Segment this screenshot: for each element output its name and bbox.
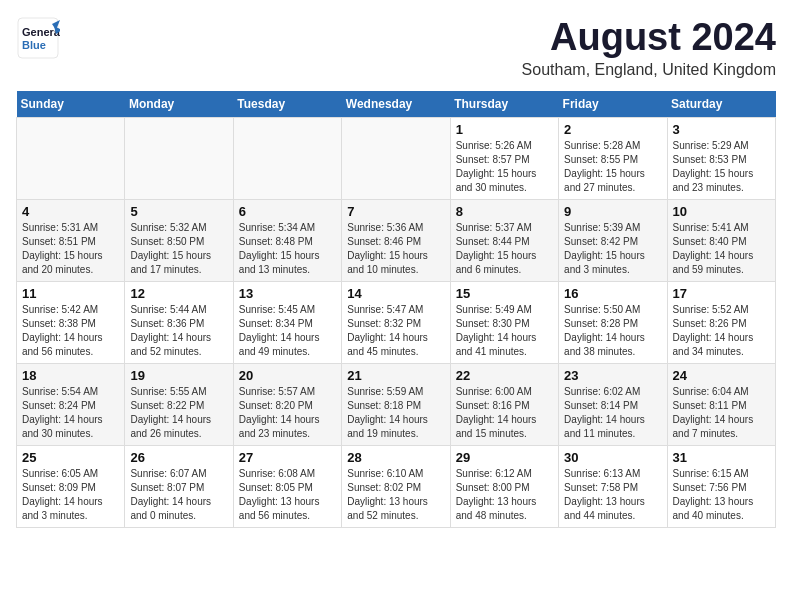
day-number: 10 [673, 204, 770, 219]
day-number: 2 [564, 122, 661, 137]
calendar-cell: 12Sunrise: 5:44 AM Sunset: 8:36 PM Dayli… [125, 282, 233, 364]
day-number: 26 [130, 450, 227, 465]
calendar-cell: 25Sunrise: 6:05 AM Sunset: 8:09 PM Dayli… [17, 446, 125, 528]
day-info: Sunrise: 5:52 AM Sunset: 8:26 PM Dayligh… [673, 303, 770, 359]
day-number: 13 [239, 286, 336, 301]
calendar-cell [17, 118, 125, 200]
calendar-cell: 22Sunrise: 6:00 AM Sunset: 8:16 PM Dayli… [450, 364, 558, 446]
day-info: Sunrise: 5:47 AM Sunset: 8:32 PM Dayligh… [347, 303, 444, 359]
calendar-cell: 11Sunrise: 5:42 AM Sunset: 8:38 PM Dayli… [17, 282, 125, 364]
day-info: Sunrise: 6:05 AM Sunset: 8:09 PM Dayligh… [22, 467, 119, 523]
day-number: 5 [130, 204, 227, 219]
day-info: Sunrise: 6:02 AM Sunset: 8:14 PM Dayligh… [564, 385, 661, 441]
calendar-cell: 9Sunrise: 5:39 AM Sunset: 8:42 PM Daylig… [559, 200, 667, 282]
day-number: 14 [347, 286, 444, 301]
weekday-header: Thursday [450, 91, 558, 118]
calendar-cell: 29Sunrise: 6:12 AM Sunset: 8:00 PM Dayli… [450, 446, 558, 528]
day-number: 16 [564, 286, 661, 301]
day-info: Sunrise: 5:45 AM Sunset: 8:34 PM Dayligh… [239, 303, 336, 359]
day-info: Sunrise: 5:32 AM Sunset: 8:50 PM Dayligh… [130, 221, 227, 277]
day-info: Sunrise: 5:59 AM Sunset: 8:18 PM Dayligh… [347, 385, 444, 441]
day-number: 31 [673, 450, 770, 465]
calendar-week-row: 4Sunrise: 5:31 AM Sunset: 8:51 PM Daylig… [17, 200, 776, 282]
weekday-header: Saturday [667, 91, 775, 118]
calendar-cell: 13Sunrise: 5:45 AM Sunset: 8:34 PM Dayli… [233, 282, 341, 364]
svg-text:General: General [22, 26, 60, 38]
calendar-week-row: 25Sunrise: 6:05 AM Sunset: 8:09 PM Dayli… [17, 446, 776, 528]
calendar-cell: 7Sunrise: 5:36 AM Sunset: 8:46 PM Daylig… [342, 200, 450, 282]
day-number: 9 [564, 204, 661, 219]
month-year-title: August 2024 [522, 16, 776, 59]
day-info: Sunrise: 5:39 AM Sunset: 8:42 PM Dayligh… [564, 221, 661, 277]
calendar-cell [125, 118, 233, 200]
weekday-header: Tuesday [233, 91, 341, 118]
day-number: 11 [22, 286, 119, 301]
day-info: Sunrise: 6:00 AM Sunset: 8:16 PM Dayligh… [456, 385, 553, 441]
location-subtitle: Southam, England, United Kingdom [522, 61, 776, 79]
calendar-cell: 5Sunrise: 5:32 AM Sunset: 8:50 PM Daylig… [125, 200, 233, 282]
day-number: 23 [564, 368, 661, 383]
day-info: Sunrise: 5:28 AM Sunset: 8:55 PM Dayligh… [564, 139, 661, 195]
day-number: 20 [239, 368, 336, 383]
calendar-cell: 6Sunrise: 5:34 AM Sunset: 8:48 PM Daylig… [233, 200, 341, 282]
calendar-cell: 2Sunrise: 5:28 AM Sunset: 8:55 PM Daylig… [559, 118, 667, 200]
day-number: 15 [456, 286, 553, 301]
day-number: 28 [347, 450, 444, 465]
page-header: General Blue August 2024 Southam, Englan… [16, 16, 776, 79]
day-info: Sunrise: 6:04 AM Sunset: 8:11 PM Dayligh… [673, 385, 770, 441]
day-info: Sunrise: 6:07 AM Sunset: 8:07 PM Dayligh… [130, 467, 227, 523]
calendar-cell: 15Sunrise: 5:49 AM Sunset: 8:30 PM Dayli… [450, 282, 558, 364]
day-info: Sunrise: 6:08 AM Sunset: 8:05 PM Dayligh… [239, 467, 336, 523]
calendar-table: SundayMondayTuesdayWednesdayThursdayFrid… [16, 91, 776, 528]
day-number: 22 [456, 368, 553, 383]
day-info: Sunrise: 5:44 AM Sunset: 8:36 PM Dayligh… [130, 303, 227, 359]
calendar-cell: 21Sunrise: 5:59 AM Sunset: 8:18 PM Dayli… [342, 364, 450, 446]
weekday-header: Monday [125, 91, 233, 118]
calendar-cell: 4Sunrise: 5:31 AM Sunset: 8:51 PM Daylig… [17, 200, 125, 282]
day-info: Sunrise: 5:49 AM Sunset: 8:30 PM Dayligh… [456, 303, 553, 359]
calendar-cell [342, 118, 450, 200]
calendar-week-row: 11Sunrise: 5:42 AM Sunset: 8:38 PM Dayli… [17, 282, 776, 364]
day-number: 30 [564, 450, 661, 465]
calendar-cell: 20Sunrise: 5:57 AM Sunset: 8:20 PM Dayli… [233, 364, 341, 446]
calendar-cell: 17Sunrise: 5:52 AM Sunset: 8:26 PM Dayli… [667, 282, 775, 364]
day-number: 27 [239, 450, 336, 465]
calendar-cell: 3Sunrise: 5:29 AM Sunset: 8:53 PM Daylig… [667, 118, 775, 200]
calendar-cell: 28Sunrise: 6:10 AM Sunset: 8:02 PM Dayli… [342, 446, 450, 528]
calendar-week-row: 18Sunrise: 5:54 AM Sunset: 8:24 PM Dayli… [17, 364, 776, 446]
day-info: Sunrise: 5:57 AM Sunset: 8:20 PM Dayligh… [239, 385, 336, 441]
day-number: 8 [456, 204, 553, 219]
calendar-cell: 14Sunrise: 5:47 AM Sunset: 8:32 PM Dayli… [342, 282, 450, 364]
calendar-cell: 10Sunrise: 5:41 AM Sunset: 8:40 PM Dayli… [667, 200, 775, 282]
day-info: Sunrise: 5:29 AM Sunset: 8:53 PM Dayligh… [673, 139, 770, 195]
day-number: 1 [456, 122, 553, 137]
day-number: 29 [456, 450, 553, 465]
weekday-header: Friday [559, 91, 667, 118]
weekday-header: Wednesday [342, 91, 450, 118]
day-info: Sunrise: 6:15 AM Sunset: 7:56 PM Dayligh… [673, 467, 770, 523]
calendar-cell: 23Sunrise: 6:02 AM Sunset: 8:14 PM Dayli… [559, 364, 667, 446]
day-info: Sunrise: 5:54 AM Sunset: 8:24 PM Dayligh… [22, 385, 119, 441]
calendar-cell: 31Sunrise: 6:15 AM Sunset: 7:56 PM Dayli… [667, 446, 775, 528]
calendar-header-row: SundayMondayTuesdayWednesdayThursdayFrid… [17, 91, 776, 118]
day-number: 6 [239, 204, 336, 219]
day-number: 24 [673, 368, 770, 383]
svg-text:Blue: Blue [22, 39, 46, 51]
day-info: Sunrise: 6:13 AM Sunset: 7:58 PM Dayligh… [564, 467, 661, 523]
calendar-cell: 16Sunrise: 5:50 AM Sunset: 8:28 PM Dayli… [559, 282, 667, 364]
logo-icon: General Blue [16, 16, 56, 56]
day-info: Sunrise: 5:31 AM Sunset: 8:51 PM Dayligh… [22, 221, 119, 277]
day-info: Sunrise: 5:41 AM Sunset: 8:40 PM Dayligh… [673, 221, 770, 277]
calendar-cell: 1Sunrise: 5:26 AM Sunset: 8:57 PM Daylig… [450, 118, 558, 200]
day-info: Sunrise: 5:26 AM Sunset: 8:57 PM Dayligh… [456, 139, 553, 195]
day-number: 25 [22, 450, 119, 465]
day-number: 12 [130, 286, 227, 301]
day-number: 3 [673, 122, 770, 137]
day-info: Sunrise: 5:34 AM Sunset: 8:48 PM Dayligh… [239, 221, 336, 277]
calendar-cell: 26Sunrise: 6:07 AM Sunset: 8:07 PM Dayli… [125, 446, 233, 528]
day-number: 7 [347, 204, 444, 219]
calendar-cell [233, 118, 341, 200]
calendar-cell: 8Sunrise: 5:37 AM Sunset: 8:44 PM Daylig… [450, 200, 558, 282]
weekday-header: Sunday [17, 91, 125, 118]
calendar-cell: 18Sunrise: 5:54 AM Sunset: 8:24 PM Dayli… [17, 364, 125, 446]
